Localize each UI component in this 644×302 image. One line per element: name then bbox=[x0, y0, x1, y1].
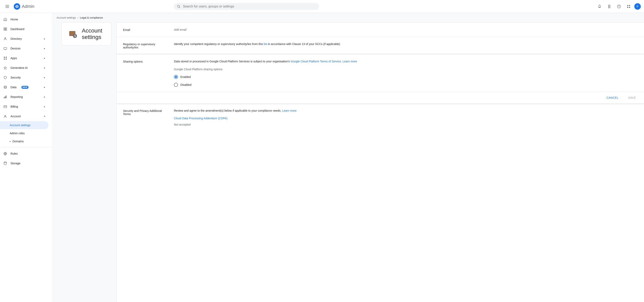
sidebar: Home Dashboard Directory ▸ bbox=[0, 13, 52, 302]
reporting-icon bbox=[3, 95, 7, 99]
sidebar-item-rules[interactable]: Rules bbox=[0, 149, 48, 158]
sidebar-label-billing: Billing bbox=[10, 105, 18, 108]
email-label: Email bbox=[123, 27, 168, 31]
svg-rect-24 bbox=[6, 57, 7, 58]
security-text-start: Review and agree to the amendment(s) bel… bbox=[174, 109, 282, 112]
sharing-learn-more-link[interactable]: Learn more bbox=[342, 60, 357, 63]
svg-rect-11 bbox=[629, 5, 630, 6]
cancel-button[interactable]: CANCEL bbox=[603, 94, 622, 101]
data-icon bbox=[3, 85, 7, 89]
add-email-text[interactable]: Add email bbox=[174, 28, 186, 31]
main-layout: Home Dashboard Directory ▸ bbox=[0, 13, 644, 302]
sidebar-item-security[interactable]: Security ▸ bbox=[0, 73, 48, 82]
svg-point-26 bbox=[4, 86, 6, 87]
expand-arrow-devices: ▸ bbox=[44, 47, 45, 50]
save-button[interactable]: SAVE bbox=[625, 94, 639, 101]
expand-arrow-billing: ▸ bbox=[44, 105, 45, 108]
dashboard-icon bbox=[3, 27, 7, 31]
search-icon bbox=[177, 5, 180, 8]
sidebar-item-devices[interactable]: Devices ▸ bbox=[0, 44, 48, 53]
logo[interactable]: Admin bbox=[14, 3, 34, 10]
search-wrapper[interactable] bbox=[174, 3, 319, 10]
expand-arrow-data: ▸ bbox=[44, 86, 45, 89]
radio-enabled-label: Enabled bbox=[180, 75, 191, 79]
security-content: Review and agree to the amendment(s) bel… bbox=[174, 108, 638, 127]
sidebar-sub-item-account-settings[interactable]: Account settings bbox=[0, 121, 48, 129]
account-settings-label: Account settings bbox=[10, 124, 30, 127]
sidebar-item-generative-ai[interactable]: Generative AI ▸ bbox=[0, 63, 48, 73]
svg-point-39 bbox=[4, 162, 6, 163]
svg-rect-0 bbox=[6, 5, 9, 5]
svg-rect-14 bbox=[4, 28, 5, 29]
sidebar-item-storage[interactable]: Storage bbox=[0, 158, 48, 168]
storage-icon bbox=[3, 161, 7, 165]
billing-icon bbox=[3, 105, 7, 109]
breadcrumb-parent[interactable]: Account settings bbox=[56, 16, 76, 19]
radio-disabled[interactable]: Disabled bbox=[174, 83, 638, 87]
sharing-label: Sharing options bbox=[123, 59, 168, 63]
hourglass-button[interactable] bbox=[605, 2, 613, 10]
menu-icon[interactable] bbox=[3, 2, 11, 10]
admin-roles-label: Admin roles bbox=[10, 132, 25, 135]
security-learn-more-link[interactable]: Learn more bbox=[282, 109, 296, 112]
sharing-desc-mid: . bbox=[341, 60, 342, 63]
sidebar-label-data: Data bbox=[10, 86, 16, 89]
svg-rect-10 bbox=[627, 5, 628, 6]
regulatory-section: Regulatory or supervisory authority/ies … bbox=[116, 37, 644, 54]
sidebar-item-account[interactable]: Account ▾ bbox=[0, 111, 48, 121]
topbar-left: Admin bbox=[3, 2, 34, 10]
sidebar-item-directory[interactable]: Directory ▸ bbox=[0, 34, 48, 44]
cdpa-status: Not accepted bbox=[174, 123, 191, 126]
cdpa-link[interactable]: Cloud Data Processing Addendum (CDPA) bbox=[174, 116, 638, 120]
regulatory-text-start: Identify your competent regulatory or su… bbox=[174, 42, 264, 46]
email-section: Email Add email bbox=[116, 22, 644, 37]
breadcrumb-separator: › bbox=[77, 16, 78, 19]
sidebar-label-apps: Apps bbox=[10, 56, 17, 60]
sidebar-item-dashboard[interactable]: Dashboard bbox=[0, 24, 48, 34]
content-area: Account settings › Legal & compliance bbox=[52, 13, 644, 302]
svg-rect-2 bbox=[6, 7, 9, 8]
radio-group: Enabled Disabled bbox=[174, 75, 638, 87]
domains-label: Domains bbox=[12, 140, 24, 143]
logo-icon bbox=[14, 3, 20, 10]
regulatory-list-link[interactable]: list bbox=[264, 42, 267, 46]
expand-arrow-directory: ▸ bbox=[44, 37, 45, 40]
sidebar-item-apps[interactable]: Apps ▸ bbox=[0, 53, 48, 63]
grid-button[interactable] bbox=[624, 2, 633, 10]
svg-point-18 bbox=[5, 37, 6, 39]
search-input[interactable] bbox=[183, 5, 316, 8]
sidebar-item-data[interactable]: Data NEW ▸ bbox=[0, 82, 48, 92]
account-settings-icon bbox=[68, 28, 78, 39]
sidebar-item-billing[interactable]: Billing ▸ bbox=[0, 102, 48, 111]
svg-point-9 bbox=[619, 7, 619, 7]
svg-rect-19 bbox=[4, 47, 7, 49]
security-privacy-section: Security and Privacy Additional Terms Re… bbox=[116, 104, 644, 132]
avatar[interactable]: P bbox=[634, 3, 641, 10]
sidebar-sub-item-domains[interactable]: ▸ Domains bbox=[0, 137, 48, 145]
app-name: Admin bbox=[22, 4, 34, 9]
sidebar-label-storage: Storage bbox=[10, 162, 20, 165]
account-icon bbox=[3, 114, 7, 118]
sidebar-label-reporting: Reporting bbox=[10, 95, 23, 98]
rules-icon bbox=[3, 152, 7, 156]
expand-arrow-domains: ▸ bbox=[10, 140, 11, 143]
sidebar-label-dashboard: Dashboard bbox=[10, 27, 24, 31]
home-icon bbox=[3, 17, 7, 21]
data-badge: NEW bbox=[22, 86, 28, 89]
sharing-desc-start: Data stored or processed in Google Cloud… bbox=[174, 60, 291, 63]
sharing-link1[interactable]: Google Cloud Platform Terms of Service bbox=[291, 60, 341, 63]
platform-sharing-label: Google Cloud Platform sharing options bbox=[174, 67, 638, 71]
notifications-button[interactable] bbox=[596, 2, 604, 10]
email-content: Add email bbox=[174, 27, 638, 32]
sidebar-label-account: Account bbox=[10, 115, 21, 118]
sidebar-sub-item-admin-roles[interactable]: Admin roles bbox=[0, 129, 48, 137]
sidebar-item-reporting[interactable]: Reporting ▸ bbox=[0, 92, 48, 102]
help-button[interactable] bbox=[615, 2, 623, 10]
svg-rect-17 bbox=[6, 29, 7, 30]
sharing-content: Data stored or processed in Google Cloud… bbox=[174, 59, 638, 87]
sidebar-label-devices: Devices bbox=[10, 47, 20, 50]
radio-enabled[interactable]: Enabled bbox=[174, 75, 638, 79]
sidebar-item-home[interactable]: Home bbox=[0, 14, 48, 24]
breadcrumb-current: Legal & compliance bbox=[80, 16, 103, 19]
svg-rect-1 bbox=[6, 6, 9, 7]
